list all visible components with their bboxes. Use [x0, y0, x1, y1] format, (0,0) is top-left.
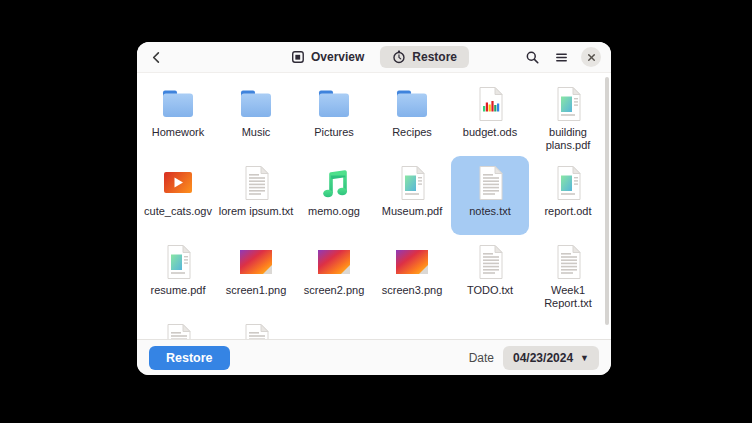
file-label: Pictures — [314, 126, 354, 139]
file-item[interactable]: Museum.pdf — [373, 156, 451, 235]
audio-icon — [314, 163, 354, 203]
file-label: memo.ogg — [308, 205, 360, 218]
file-item[interactable]: Recipes — [373, 77, 451, 156]
image-icon — [236, 242, 276, 282]
restore-button[interactable]: Restore — [149, 346, 230, 370]
menu-button[interactable] — [552, 48, 571, 67]
file-label: screen1.png — [226, 284, 287, 297]
date-dropdown[interactable]: 04/23/2024 ▼ — [503, 346, 599, 370]
tab-overview[interactable]: Overview — [279, 46, 376, 68]
date-value: 04/23/2024 — [513, 351, 573, 365]
file-item[interactable]: cute_cats.ogv — [139, 156, 217, 235]
search-button[interactable] — [523, 48, 542, 67]
close-icon — [586, 52, 597, 63]
file-item[interactable]: memo.ogg — [295, 156, 373, 235]
file-label: cute_cats.ogv — [144, 205, 212, 218]
header-bar: Overview Restore — [137, 42, 611, 73]
text-icon — [236, 163, 276, 203]
text-icon — [158, 321, 198, 339]
date-picker: Date 04/23/2024 ▼ — [469, 346, 599, 370]
folder-icon — [314, 84, 354, 124]
doc-image-icon — [392, 163, 432, 203]
search-icon — [525, 50, 540, 65]
folder-icon — [236, 84, 276, 124]
file-item[interactable] — [217, 314, 295, 339]
back-button[interactable] — [147, 48, 166, 67]
file-item[interactable] — [139, 314, 217, 339]
file-item[interactable]: screen1.png — [217, 235, 295, 314]
file-label: TODO.txt — [467, 284, 513, 297]
file-label: notes.txt — [469, 205, 511, 218]
doc-image-icon — [158, 242, 198, 282]
chevron-left-icon — [149, 50, 164, 65]
tab-overview-label: Overview — [311, 50, 364, 64]
file-label: Homework — [152, 126, 205, 139]
file-label: resume.pdf — [150, 284, 205, 297]
text-icon — [548, 242, 588, 282]
folder-icon — [392, 84, 432, 124]
tab-restore-label: Restore — [412, 50, 457, 64]
file-label: Week1 Report.txt — [530, 284, 606, 310]
file-grid: HomeworkMusicPicturesRecipesbudget.odsbu… — [137, 73, 611, 339]
backups-restore-window: Overview Restore HomeworkMusicPicturesRe… — [137, 42, 611, 375]
text-icon — [470, 163, 510, 203]
image-icon — [314, 242, 354, 282]
close-button[interactable] — [581, 47, 601, 67]
file-label: Recipes — [392, 126, 432, 139]
spreadsheet-icon — [470, 84, 510, 124]
hamburger-menu-icon — [554, 50, 569, 65]
file-item[interactable]: notes.txt — [451, 156, 529, 235]
tab-restore[interactable]: Restore — [380, 46, 469, 68]
folder-icon — [158, 84, 198, 124]
file-label: building plans.pdf — [530, 126, 606, 152]
video-icon — [158, 163, 198, 203]
file-item[interactable]: building plans.pdf — [529, 77, 607, 156]
file-label: Museum.pdf — [382, 205, 443, 218]
file-item[interactable]: screen2.png — [295, 235, 373, 314]
overview-icon — [291, 50, 305, 64]
file-item[interactable]: screen3.png — [373, 235, 451, 314]
file-item[interactable]: lorem ipsum.txt — [217, 156, 295, 235]
file-label: report.odt — [544, 205, 591, 218]
file-label: lorem ipsum.txt — [219, 205, 294, 218]
scrollbar[interactable] — [605, 77, 609, 325]
file-item[interactable]: budget.ods — [451, 77, 529, 156]
file-label: screen2.png — [304, 284, 365, 297]
text-icon — [470, 242, 510, 282]
file-item[interactable]: Homework — [139, 77, 217, 156]
file-item[interactable]: Week1 Report.txt — [529, 235, 607, 314]
file-item[interactable]: resume.pdf — [139, 235, 217, 314]
caret-down-icon: ▼ — [580, 353, 589, 363]
file-item[interactable]: Pictures — [295, 77, 373, 156]
file-item[interactable]: Music — [217, 77, 295, 156]
file-label: Music — [242, 126, 271, 139]
action-bar: Restore Date 04/23/2024 ▼ — [137, 339, 611, 375]
doc-image-icon — [548, 84, 588, 124]
file-item[interactable]: TODO.txt — [451, 235, 529, 314]
view-switcher: Overview Restore — [279, 46, 469, 68]
date-label: Date — [469, 351, 494, 365]
image-icon — [392, 242, 432, 282]
file-label: budget.ods — [463, 126, 517, 139]
text-icon — [236, 321, 276, 339]
header-actions — [523, 47, 601, 67]
clock-icon — [392, 50, 406, 64]
doc-image-icon — [548, 163, 588, 203]
file-item[interactable]: report.odt — [529, 156, 607, 235]
file-label: screen3.png — [382, 284, 443, 297]
